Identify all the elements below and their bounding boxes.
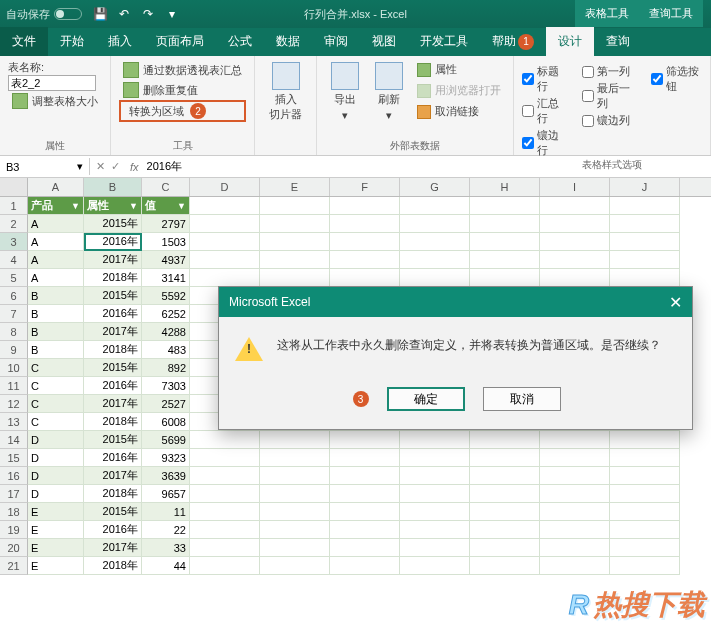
cell[interactable]: 2017年 [84, 467, 142, 485]
fx-icon[interactable]: fx [126, 161, 143, 173]
cell[interactable]: B [28, 287, 84, 305]
undo-icon[interactable]: ↶ [116, 6, 132, 22]
autosave-toggle[interactable]: 自动保存 [6, 7, 82, 22]
close-icon[interactable]: ✕ [669, 293, 682, 312]
resize-table-button[interactable]: 调整表格大小 [8, 91, 102, 111]
tab-layout[interactable]: 页面布局 [144, 27, 216, 56]
row-header[interactable]: 10 [0, 359, 28, 377]
cell[interactable]: 9657 [142, 485, 190, 503]
tab-file[interactable]: 文件 [0, 27, 48, 56]
cell[interactable]: A [28, 215, 84, 233]
tab-dev[interactable]: 开发工具 [408, 27, 480, 56]
col-header-J[interactable]: J [610, 178, 680, 196]
select-all-corner[interactable] [0, 178, 28, 196]
cell[interactable]: C [28, 413, 84, 431]
cell[interactable]: 2016年 [84, 449, 142, 467]
col-header-B[interactable]: B [84, 178, 142, 196]
refresh-button[interactable]: 刷新▾ [369, 60, 409, 124]
row-header[interactable]: 14 [0, 431, 28, 449]
col-header-D[interactable]: D [190, 178, 260, 196]
cell[interactable]: 2017年 [84, 251, 142, 269]
cb-banded-row[interactable]: 镶边行 [522, 128, 564, 158]
cell[interactable]: 3639 [142, 467, 190, 485]
tab-design[interactable]: 设计 [546, 27, 594, 56]
cell[interactable]: 2018年 [84, 341, 142, 359]
filter-dropdown-icon[interactable]: ▼ [177, 201, 186, 211]
cancel-button[interactable]: 取消 [483, 387, 561, 411]
col-header-G[interactable]: G [400, 178, 470, 196]
cell[interactable]: 3141 [142, 269, 190, 287]
cb-total-row[interactable]: 汇总行 [522, 96, 564, 126]
cell[interactable]: 11 [142, 503, 190, 521]
save-icon[interactable]: 💾 [92, 6, 108, 22]
tab-view[interactable]: 视图 [360, 27, 408, 56]
tab-data[interactable]: 数据 [264, 27, 312, 56]
cell[interactable]: 44 [142, 557, 190, 575]
cell[interactable]: 2017年 [84, 539, 142, 557]
cell[interactable]: 2015年 [84, 215, 142, 233]
cell[interactable]: 2016年 [84, 521, 142, 539]
convert-to-range-button[interactable]: 转换为区域2 [119, 100, 246, 122]
row-header[interactable]: 15 [0, 449, 28, 467]
cell[interactable]: 2018年 [84, 557, 142, 575]
context-tab-query-tools[interactable]: 查询工具 [639, 0, 703, 27]
cell[interactable]: 4937 [142, 251, 190, 269]
cell[interactable]: 2015年 [84, 287, 142, 305]
cell[interactable]: 2016年 [84, 377, 142, 395]
ok-button[interactable]: 确定 [387, 387, 465, 411]
cell[interactable]: 2018年 [84, 485, 142, 503]
ext-properties-button[interactable]: 属性 [413, 60, 505, 79]
row-header[interactable]: 19 [0, 521, 28, 539]
cell[interactable]: B [28, 305, 84, 323]
cb-first-col[interactable]: 第一列 [582, 64, 633, 79]
col-header-E[interactable]: E [260, 178, 330, 196]
cell[interactable]: C [28, 359, 84, 377]
export-button[interactable]: 导出▾ [325, 60, 365, 124]
cell[interactable]: 2797 [142, 215, 190, 233]
row-header[interactable]: 7 [0, 305, 28, 323]
cb-filter-button[interactable]: 筛选按钮 [651, 64, 702, 94]
cell[interactable]: 7303 [142, 377, 190, 395]
formula-input[interactable]: 2016年 [143, 157, 711, 176]
cb-last-col[interactable]: 最后一列 [582, 81, 633, 111]
filter-dropdown-icon[interactable]: ▼ [129, 201, 138, 211]
insert-slicer-button[interactable]: 插入 切片器 [263, 60, 308, 124]
cell[interactable]: 4288 [142, 323, 190, 341]
cell[interactable]: 2018年 [84, 269, 142, 287]
row-header[interactable]: 17 [0, 485, 28, 503]
cell[interactable]: D [28, 485, 84, 503]
cell[interactable]: E [28, 557, 84, 575]
cell[interactable]: 2015年 [84, 431, 142, 449]
table-header-product[interactable]: 产品▼ [28, 197, 84, 215]
row-header[interactable]: 5 [0, 269, 28, 287]
cell[interactable]: B [28, 323, 84, 341]
table-header-value[interactable]: 值▼ [142, 197, 190, 215]
context-tab-table-tools[interactable]: 表格工具 [575, 0, 639, 27]
cell[interactable]: 33 [142, 539, 190, 557]
redo-icon[interactable]: ↷ [140, 6, 156, 22]
cell[interactable]: C [28, 377, 84, 395]
table-header-attr[interactable]: 属性▼ [84, 197, 142, 215]
tab-home[interactable]: 开始 [48, 27, 96, 56]
col-header-A[interactable]: A [28, 178, 84, 196]
cell[interactable]: D [28, 449, 84, 467]
table-name-input[interactable] [8, 75, 96, 91]
cb-header-row[interactable]: 标题行 [522, 64, 564, 94]
row-header[interactable]: 21 [0, 557, 28, 575]
cell[interactable]: 2017年 [84, 395, 142, 413]
cell[interactable]: E [28, 521, 84, 539]
row-header[interactable]: 12 [0, 395, 28, 413]
cell[interactable]: 1503 [142, 233, 190, 251]
row-header[interactable]: 16 [0, 467, 28, 485]
tab-insert[interactable]: 插入 [96, 27, 144, 56]
cell[interactable]: 5592 [142, 287, 190, 305]
col-header-I[interactable]: I [540, 178, 610, 196]
toggle-off-icon[interactable] [54, 8, 82, 20]
cell[interactable]: 2017年 [84, 323, 142, 341]
chevron-down-icon[interactable]: ▾ [77, 160, 83, 173]
tab-help[interactable]: 帮助1 [480, 27, 546, 56]
tab-formulas[interactable]: 公式 [216, 27, 264, 56]
cell[interactable]: 2527 [142, 395, 190, 413]
row-header[interactable]: 18 [0, 503, 28, 521]
cell[interactable]: E [28, 539, 84, 557]
